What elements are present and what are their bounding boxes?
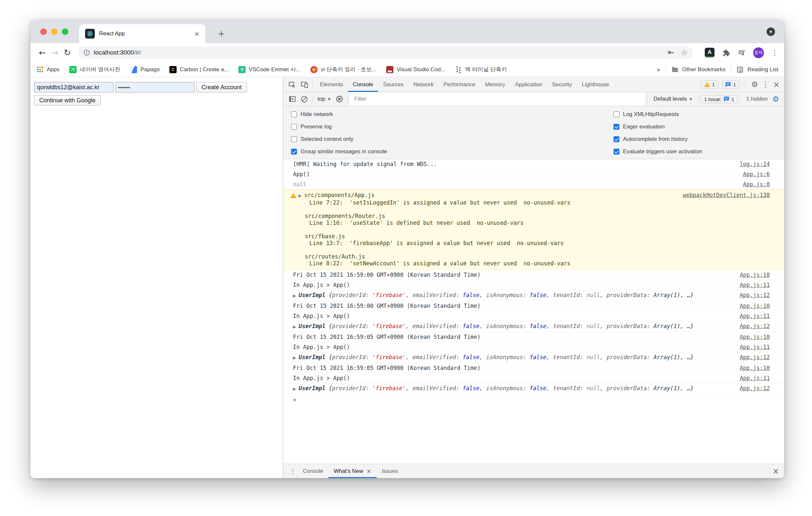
live-expression-eye-icon[interactable]	[334, 95, 345, 103]
source-link[interactable]: log.js:24	[740, 160, 770, 168]
site-info-icon[interactable]	[83, 49, 90, 56]
expand-icon[interactable]: ▶	[293, 356, 296, 360]
source-link[interactable]: App.js:11	[740, 281, 770, 289]
source-link[interactable]: App.js:10	[740, 364, 770, 371]
drawer-tab-whats-new[interactable]: What's New ×	[328, 464, 376, 478]
log-text: Fri Oct 15 2021 16:59:05 GMT+0900 (Korea…	[293, 364, 734, 371]
inspect-element-icon[interactable]	[286, 77, 298, 92]
console-row: App() App.js:6	[283, 169, 784, 179]
console-row: In App.js > App() App.js:11	[283, 311, 784, 321]
close-icon[interactable]: ×	[367, 467, 372, 475]
password-key-icon[interactable]	[666, 49, 674, 57]
checkbox-eager-evaluation[interactable]: Eager evaluation	[613, 121, 702, 133]
tab-search-button[interactable]: ▼	[766, 27, 775, 36]
warnings-badge[interactable]: 1	[701, 81, 718, 89]
source-link[interactable]: App.js:11	[740, 343, 770, 351]
tab-performance[interactable]: Performance	[438, 77, 480, 92]
tab-elements[interactable]: Elements	[315, 77, 348, 92]
warning-detail: Line 13:7: 'firebaseApp' is assigned a v…	[298, 240, 677, 247]
profile-avatar[interactable]: 윤재	[753, 48, 764, 58]
forward-button[interactable]: →	[49, 48, 61, 58]
bookmark-naver-dict[interactable]: 가 네이버 영어사전	[69, 66, 120, 73]
console-prompt[interactable]: >	[283, 394, 784, 403]
source-link[interactable]: App.js:10	[740, 271, 770, 278]
source-link[interactable]: App.js:12	[740, 323, 770, 330]
reload-button[interactable]: ↻	[61, 48, 74, 58]
source-link[interactable]: App.js:11	[740, 374, 770, 382]
browser-menu-icon[interactable]: ⋮	[771, 49, 778, 57]
queue-music-icon[interactable]	[737, 49, 746, 57]
tab-console[interactable]: Console	[348, 77, 378, 92]
address-bar[interactable]: localhost:3000/#/ ☆	[78, 47, 693, 59]
console-sidebar-icon[interactable]	[287, 95, 298, 103]
bookmark-apps[interactable]: Apps	[36, 66, 60, 73]
apps-grid-icon	[36, 66, 44, 73]
bookmarks-overflow-icon[interactable]: »	[657, 66, 661, 73]
drawer-tab-issues[interactable]: Issues	[377, 464, 403, 478]
source-link[interactable]: App.js:8	[743, 181, 770, 188]
expand-icon[interactable]: ▶	[298, 192, 301, 199]
expand-icon[interactable]: ▶	[293, 387, 296, 391]
bookmark-vi-shortcuts[interactable]: vi 단축키 정리 · 초보...	[310, 66, 376, 73]
source-link[interactable]: App.js:11	[740, 312, 770, 320]
log-levels-selector[interactable]: Default levels ▼	[649, 96, 697, 102]
tab-lighthouse[interactable]: Lighthouse	[577, 77, 614, 92]
devtools-settings-icon[interactable]: ⚙	[751, 81, 758, 88]
checkbox-group-similar[interactable]: Group similar messages in console	[291, 145, 387, 158]
checkbox-evaluate-triggers[interactable]: Evaluate triggers user activation	[613, 145, 702, 158]
expand-icon[interactable]: ▶	[293, 294, 296, 298]
issues-counter[interactable]: 1 Issue: 1	[701, 95, 737, 103]
close-window-button[interactable]	[40, 28, 47, 35]
browser-tab[interactable]: React App ×	[79, 24, 205, 43]
drawer-tab-console[interactable]: Console	[298, 464, 328, 478]
maximize-window-button[interactable]	[62, 28, 68, 35]
source-link[interactable]: App.js:10	[740, 333, 770, 340]
checkbox-preserve-log[interactable]: Preserve log	[291, 121, 387, 133]
checkbox-selected-context-only[interactable]: Selected context only	[291, 133, 387, 145]
checkbox-hide-network[interactable]: Hide network	[291, 108, 387, 121]
tab-security[interactable]: Security	[547, 77, 577, 92]
bookmark-mac-terminal[interactable]: 맥 터미널 단축키	[455, 66, 507, 73]
source-link[interactable]: App.js:12	[740, 292, 770, 299]
back-button[interactable]: ←	[36, 48, 49, 58]
drawer-menu-icon[interactable]: ⋮	[288, 464, 298, 478]
continue-with-google-button[interactable]: Continue with Google	[34, 95, 101, 105]
drawer-close-icon[interactable]: ×	[773, 467, 779, 475]
bookmark-star-icon[interactable]: ☆	[681, 49, 688, 57]
devtools-close-icon[interactable]: ×	[773, 81, 780, 89]
source-link[interactable]: App.js:10	[740, 302, 770, 309]
extensions-puzzle-icon[interactable]	[722, 49, 730, 57]
tab-sources[interactable]: Sources	[378, 77, 408, 92]
messages-badge[interactable]: 1	[722, 81, 739, 89]
checkbox-autocomplete-history[interactable]: Autocomplete from history	[613, 133, 702, 145]
bookmark-vscode-emmet[interactable]: V VSCode Emmet 사...	[238, 66, 300, 73]
tab-memory[interactable]: Memory	[480, 77, 510, 92]
device-toolbar-icon[interactable]	[298, 77, 311, 92]
new-tab-button[interactable]: +	[216, 28, 227, 39]
context-selector[interactable]: top ▼	[314, 96, 334, 102]
expand-icon[interactable]: ▶	[293, 325, 296, 329]
checkbox-log-xhr[interactable]: Log XMLHttpRequests	[613, 108, 702, 121]
console-settings-icon[interactable]: ⚙	[772, 95, 779, 103]
devtools-menu-icon[interactable]: ⋮	[762, 81, 769, 89]
console-row: In App.js > App() App.js:11	[283, 280, 784, 290]
source-link[interactable]: App.js:6	[743, 171, 770, 178]
tab-application[interactable]: Application	[510, 77, 547, 92]
tab-close-icon[interactable]: ×	[194, 30, 200, 37]
reading-list-button[interactable]: Reading List	[736, 66, 778, 73]
bookmark-papago[interactable]: Papago	[130, 66, 160, 73]
bookmark-visual-studio[interactable]: Visual Studio Cod...	[386, 66, 445, 73]
minimize-window-button[interactable]	[51, 28, 58, 35]
source-link[interactable]: App.js:12	[740, 354, 770, 361]
other-bookmarks-button[interactable]: Other Bookmarks	[671, 66, 725, 73]
source-link[interactable]: webpackHotDevClient.js:138	[683, 192, 770, 199]
create-account-button[interactable]: Create Account	[196, 82, 247, 92]
extension-a-icon[interactable]: A	[705, 48, 715, 58]
bookmark-carbon[interactable]: C Carbon | Create a...	[169, 66, 229, 73]
console-filter-input[interactable]	[350, 92, 644, 106]
email-field[interactable]	[34, 82, 114, 92]
clear-console-icon[interactable]	[298, 95, 310, 103]
source-link[interactable]: App.js:12	[740, 385, 770, 392]
tab-network[interactable]: Network	[408, 77, 438, 92]
password-field[interactable]	[115, 82, 195, 92]
